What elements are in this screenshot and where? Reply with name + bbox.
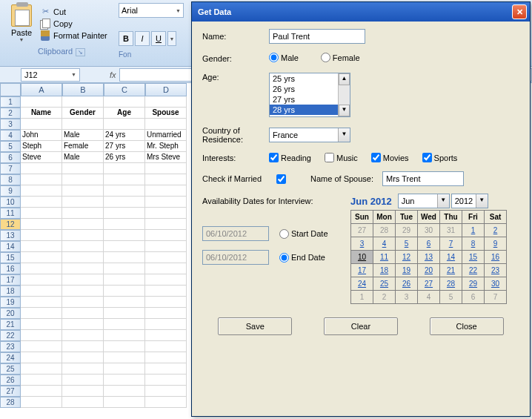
- calendar-day[interactable]: 4: [373, 237, 396, 251]
- cell[interactable]: [21, 319, 62, 330]
- cell[interactable]: [104, 252, 145, 263]
- interest-reading[interactable]: Reading: [269, 153, 311, 162]
- name-box[interactable]: J12 ▼: [21, 68, 80, 82]
- year-select[interactable]: 2012▼: [451, 194, 488, 208]
- bold-button[interactable]: B: [119, 31, 133, 46]
- row-header[interactable]: 18: [0, 286, 21, 297]
- cell[interactable]: [21, 352, 62, 363]
- clear-button[interactable]: Clear: [324, 317, 398, 335]
- cell[interactable]: 27 yrs: [104, 141, 145, 152]
- end-date-input[interactable]: [202, 250, 269, 265]
- cell[interactable]: [145, 263, 187, 274]
- cell[interactable]: [145, 197, 187, 208]
- calendar-day[interactable]: 18: [373, 264, 396, 277]
- cell[interactable]: Female: [62, 141, 104, 152]
- calendar-day[interactable]: 20: [418, 264, 440, 277]
- cell[interactable]: [145, 252, 187, 263]
- cell[interactable]: [62, 119, 104, 130]
- cell[interactable]: Steve: [21, 152, 62, 163]
- cell[interactable]: [104, 119, 145, 130]
- calendar-day[interactable]: 8: [462, 237, 485, 251]
- scrollbar[interactable]: ▲ ▼: [338, 73, 350, 116]
- cell[interactable]: [145, 297, 187, 308]
- cell[interactable]: [145, 174, 187, 185]
- calendar-day[interactable]: 9: [485, 237, 507, 251]
- save-button[interactable]: Save: [218, 317, 292, 335]
- calendar-day[interactable]: 28: [440, 277, 462, 291]
- calendar-day[interactable]: 1: [462, 224, 485, 237]
- cell[interactable]: 26 yrs: [104, 152, 145, 163]
- interest-music[interactable]: Music: [325, 153, 358, 162]
- calendar-day[interactable]: 11: [373, 251, 396, 264]
- italic-button[interactable]: I: [135, 31, 150, 46]
- cell[interactable]: [145, 119, 187, 130]
- cell[interactable]: [21, 397, 62, 408]
- cell[interactable]: [62, 341, 104, 352]
- cell[interactable]: [145, 363, 187, 375]
- cell[interactable]: [104, 363, 145, 375]
- married-checkbox[interactable]: [276, 174, 286, 184]
- cell[interactable]: [104, 297, 145, 308]
- gender-option-male[interactable]: Male: [269, 53, 299, 62]
- cell[interactable]: [62, 252, 104, 263]
- cell[interactable]: [62, 397, 104, 408]
- cell[interactable]: [62, 330, 104, 341]
- cell[interactable]: Mrs Steve: [145, 152, 187, 163]
- row-header[interactable]: 2: [0, 108, 21, 119]
- calendar-day[interactable]: 23: [485, 264, 507, 277]
- end-date-radio[interactable]: End Date: [279, 253, 325, 263]
- row-header[interactable]: 14: [0, 241, 21, 252]
- cell[interactable]: [62, 363, 104, 375]
- cell[interactable]: [62, 197, 104, 208]
- cell[interactable]: [145, 163, 187, 174]
- calendar-day[interactable]: 5: [396, 237, 418, 251]
- cell[interactable]: [145, 319, 187, 330]
- calendar-day[interactable]: 16: [485, 251, 507, 264]
- cell[interactable]: [62, 319, 104, 330]
- cell[interactable]: [21, 386, 62, 397]
- cell[interactable]: Age: [104, 108, 145, 119]
- cell[interactable]: [21, 185, 62, 197]
- scroll-up-button[interactable]: ▲: [339, 73, 350, 85]
- cell[interactable]: [145, 241, 187, 252]
- cell[interactable]: [21, 208, 62, 219]
- calendar-day[interactable]: 24: [351, 277, 373, 291]
- column-header[interactable]: B: [62, 83, 104, 96]
- underline-dropdown[interactable]: ▼: [167, 31, 176, 46]
- expand-icon[interactable]: ↘: [76, 48, 85, 56]
- cell[interactable]: [145, 230, 187, 241]
- cell[interactable]: [62, 386, 104, 397]
- row-header[interactable]: 27: [0, 386, 21, 397]
- month-select[interactable]: Jun▼: [398, 194, 450, 208]
- cell[interactable]: [62, 208, 104, 219]
- cell[interactable]: Steph: [21, 141, 62, 152]
- row-header[interactable]: 9: [0, 185, 21, 197]
- row-header[interactable]: 4: [0, 130, 21, 141]
- row-header[interactable]: 26: [0, 375, 21, 386]
- cell[interactable]: [21, 252, 62, 263]
- cell[interactable]: [145, 96, 187, 108]
- calendar-day[interactable]: 21: [440, 264, 462, 277]
- row-header[interactable]: 3: [0, 119, 21, 130]
- cell[interactable]: John: [21, 130, 62, 141]
- fx-icon[interactable]: fx: [110, 70, 116, 79]
- row-header[interactable]: 13: [0, 230, 21, 241]
- row-header[interactable]: 15: [0, 252, 21, 263]
- cell[interactable]: [145, 274, 187, 286]
- cell[interactable]: [145, 185, 187, 197]
- row-header[interactable]: 21: [0, 319, 21, 330]
- cell[interactable]: [104, 219, 145, 230]
- cell[interactable]: Mr. Steph: [145, 141, 187, 152]
- cell[interactable]: [62, 241, 104, 252]
- cell[interactable]: [21, 230, 62, 241]
- column-header[interactable]: D: [145, 83, 187, 96]
- interest-movies[interactable]: Movies: [371, 153, 409, 162]
- calendar-day[interactable]: 27: [418, 277, 440, 291]
- start-date-input[interactable]: [202, 226, 269, 241]
- underline-button[interactable]: U: [151, 31, 166, 46]
- calendar-day[interactable]: 12: [396, 251, 418, 264]
- calendar-day[interactable]: 15: [462, 251, 485, 264]
- row-header[interactable]: 8: [0, 174, 21, 185]
- font-family-select[interactable]: Arial ▼: [119, 3, 184, 18]
- row-header[interactable]: 17: [0, 274, 21, 286]
